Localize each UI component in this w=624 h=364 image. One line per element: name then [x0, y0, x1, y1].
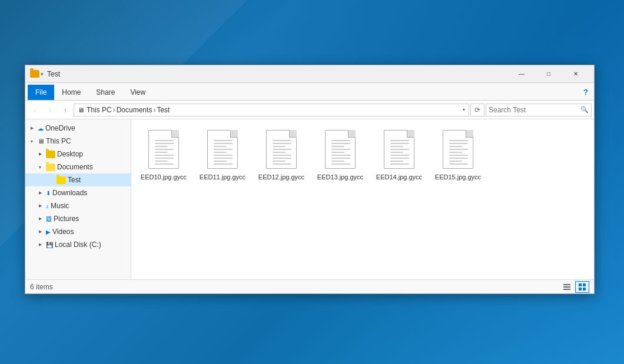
status-bar: 6 items	[25, 279, 594, 293]
main-area: ▶ ☁ OneDrive ▼ 🖥 This PC ▶ Desktop ▼ Doc…	[25, 119, 594, 279]
nav-up-button[interactable]: ↑	[58, 103, 72, 117]
expand-downloads: ▶	[36, 189, 44, 197]
path-separator-2: ›	[153, 106, 155, 114]
sidebar-label-pictures: Pictures	[54, 215, 79, 223]
sidebar-item-downloads[interactable]: ▶ ⬇ Downloads	[25, 186, 131, 199]
file-icon-4	[381, 128, 417, 171]
address-bar: ‹ › ↑ 🖥 This PC › Documents › Test ▾ ⟳ 🔍	[25, 101, 594, 119]
title-bar-icons: ▾	[30, 70, 44, 78]
file-item-0[interactable]: EED10.jpg.gycc	[137, 125, 190, 184]
file-icon-2	[264, 128, 299, 171]
sidebar-label-onedrive: OneDrive	[45, 124, 75, 132]
sidebar-item-documents[interactable]: ▼ Documents	[25, 161, 131, 173]
explorer-window: ▾ Test — □ ✕ File Home Share View ? ‹ › …	[25, 65, 595, 294]
file-lines-1	[214, 140, 233, 166]
address-path[interactable]: 🖥 This PC › Documents › Test ▾	[74, 103, 469, 116]
path-segment-documents: Documents	[117, 106, 152, 114]
file-item-4[interactable]: EED14.jpg.gycc	[373, 125, 426, 184]
help-button[interactable]: ?	[577, 84, 594, 100]
file-icon-1	[205, 128, 240, 171]
file-item-3[interactable]: EED13.jpg.gycc	[314, 125, 367, 184]
file-name-3: EED13.jpg.gycc	[317, 173, 363, 181]
refresh-button[interactable]: ⟳	[470, 103, 484, 116]
file-lines-4	[390, 140, 409, 166]
svg-rect-6	[583, 288, 586, 290]
expand-music: ▶	[36, 202, 44, 210]
window-title: Test	[47, 70, 508, 78]
close-button[interactable]: ✕	[562, 65, 589, 83]
path-dropdown-arrow[interactable]: ▾	[463, 107, 465, 112]
ribbon-tabs: File Home Share View ?	[25, 83, 594, 101]
file-icon-5	[440, 128, 476, 171]
sidebar-label-music: Music	[51, 202, 69, 210]
view-icons-button[interactable]	[575, 281, 589, 293]
documents-folder-icon	[46, 163, 55, 171]
desktop-folder-icon	[46, 151, 55, 158]
file-page-0	[148, 130, 179, 169]
file-page-1	[207, 130, 238, 169]
file-area: EED10.jpg.gycc	[131, 119, 594, 279]
svg-rect-0	[563, 284, 570, 285]
search-box[interactable]: 🔍	[486, 103, 592, 116]
file-item-2[interactable]: EED12.jpg.gycc	[255, 125, 308, 184]
expand-pictures: ▶	[36, 215, 44, 223]
file-name-1: EED11.jpg.gycc	[200, 173, 245, 181]
file-lines-3	[331, 140, 350, 166]
thispc-icon: 🖥	[78, 106, 84, 113]
nav-forward-button[interactable]: ›	[43, 103, 57, 117]
minimize-button[interactable]: —	[508, 65, 535, 83]
sidebar-item-thispc[interactable]: ▼ 🖥 This PC	[25, 135, 131, 148]
sidebar-label-documents: Documents	[57, 163, 93, 171]
svg-rect-2	[563, 289, 570, 290]
file-name-0: EED10.jpg.gycc	[141, 173, 187, 181]
music-icon: ♪	[46, 203, 49, 209]
path-separator-1: ›	[113, 106, 115, 114]
details-view-icon	[563, 283, 571, 291]
onedrive-icon: ☁	[38, 125, 44, 132]
view-toggle	[560, 281, 589, 293]
tab-file[interactable]: File	[28, 85, 54, 100]
drive-icon: 💾	[46, 242, 53, 248]
file-name-5: EED15.jpg.gycc	[435, 173, 481, 181]
icons-view-icon	[578, 283, 586, 291]
status-item-count: 6 items	[30, 283, 560, 291]
file-name-2: EED12.jpg.gycc	[258, 173, 304, 181]
sidebar-item-desktop[interactable]: ▶ Desktop	[25, 148, 131, 161]
pictures-icon: 🖼	[46, 216, 52, 222]
window-controls: — □ ✕	[508, 65, 589, 83]
sidebar-label-videos: Videos	[52, 228, 74, 236]
sidebar-item-pictures[interactable]: ▶ 🖼 Pictures	[25, 212, 131, 225]
maximize-button[interactable]: □	[535, 65, 562, 83]
path-segment-thispc: 🖥 This PC	[78, 106, 112, 114]
file-icon-0	[146, 128, 181, 171]
svg-rect-3	[579, 283, 582, 286]
svg-rect-5	[579, 288, 582, 290]
path-segment-test: Test	[157, 106, 170, 114]
title-bar: ▾ Test — □ ✕	[25, 65, 594, 83]
sidebar-item-test[interactable]: Test	[25, 173, 131, 186]
nav-back-button[interactable]: ‹	[28, 103, 42, 117]
sidebar-item-onedrive[interactable]: ▶ ☁ OneDrive	[25, 122, 131, 135]
sidebar-item-videos[interactable]: ▶ ▶ Videos	[25, 225, 131, 238]
file-lines-0	[155, 140, 174, 166]
tab-home[interactable]: Home	[54, 85, 88, 100]
sidebar-label-localdisk: Local Disk (C:)	[55, 241, 101, 249]
svg-rect-4	[583, 283, 586, 286]
search-icon[interactable]: 🔍	[580, 106, 589, 113]
tab-view[interactable]: View	[122, 85, 153, 100]
file-item-5[interactable]: EED15.jpg.gycc	[432, 125, 484, 184]
tab-share[interactable]: Share	[88, 85, 122, 100]
sidebar-item-localdisk[interactable]: ▶ 💾 Local Disk (C:)	[25, 238, 131, 251]
search-input[interactable]	[489, 106, 578, 114]
file-name-4: EED14.jpg.gycc	[376, 173, 422, 181]
file-icon-3	[323, 128, 358, 171]
svg-rect-1	[563, 286, 570, 288]
file-item-1[interactable]: EED11.jpg.gycc	[196, 125, 249, 184]
title-arrow-icon: ▾	[41, 71, 44, 77]
expand-test	[47, 176, 55, 184]
sidebar-item-music[interactable]: ▶ ♪ Music	[25, 199, 131, 212]
view-details-button[interactable]	[560, 281, 574, 293]
sidebar-label-desktop: Desktop	[57, 150, 83, 158]
sidebar: ▶ ☁ OneDrive ▼ 🖥 This PC ▶ Desktop ▼ Doc…	[25, 119, 131, 279]
title-folder-icon	[30, 70, 39, 78]
